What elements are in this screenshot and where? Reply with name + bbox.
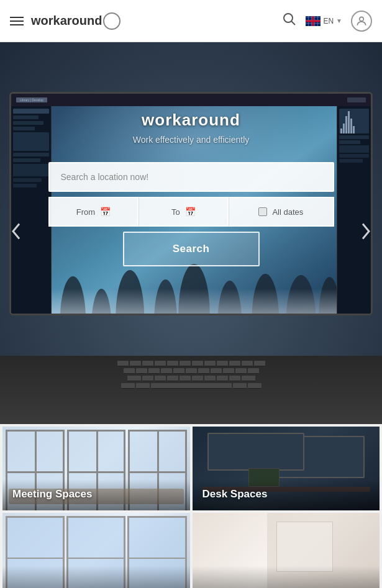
all-dates-field[interactable]: All dates — [229, 197, 334, 227]
flag-icon — [306, 16, 321, 26]
svg-line-1 — [291, 21, 295, 25]
language-code: EN — [323, 17, 334, 25]
date-row: From 📅 To 📅 All dates — [48, 197, 334, 227]
from-label: From — [76, 207, 95, 217]
logo-circle — [103, 12, 121, 30]
user-profile-icon[interactable] — [351, 11, 372, 32]
category-grid: Meeting Spaces Desk Spaces — [0, 424, 382, 588]
category-card-desk-spaces[interactable]: Desk Spaces — [193, 427, 380, 510]
from-calendar-icon: 📅 — [100, 207, 111, 217]
logo-text: workaround — [31, 14, 102, 28]
all-dates-checkbox-icon — [258, 207, 267, 216]
hero-subtitle: Work effectively and efficiently — [133, 135, 250, 145]
from-date-field[interactable]: From 📅 — [48, 197, 139, 227]
location-search-input[interactable] — [48, 162, 334, 192]
to-calendar-icon: 📅 — [185, 207, 196, 217]
hero-section: Library | Develop — [0, 42, 382, 424]
carousel-left-arrow[interactable] — [5, 217, 27, 250]
to-date-field[interactable]: To 📅 — [139, 197, 229, 227]
language-selector[interactable]: EN ▼ — [306, 16, 342, 26]
header-left: workaround — [10, 12, 121, 30]
hero-content: workaround Work effectively and efficien… — [0, 42, 382, 424]
svg-point-2 — [360, 17, 364, 21]
category-card-3[interactable] — [2, 513, 190, 588]
category-card-4[interactable] — [193, 513, 380, 588]
category-card-meeting-spaces[interactable]: Meeting Spaces — [2, 427, 190, 510]
all-dates-label: All dates — [272, 207, 303, 217]
search-icon[interactable] — [282, 12, 297, 30]
category-label-meeting-spaces: Meeting Spaces — [12, 488, 93, 500]
search-button[interactable]: Search — [123, 232, 260, 266]
logo[interactable]: workaround — [31, 12, 121, 30]
hamburger-menu-icon[interactable] — [10, 17, 24, 25]
to-label: To — [171, 207, 180, 217]
header: workaround EN ▼ — [0, 0, 382, 42]
hero-title: workaround — [142, 111, 240, 130]
carousel-right-arrow[interactable] — [355, 217, 377, 250]
category-label-desk-spaces: Desk Spaces — [202, 488, 268, 500]
header-right: EN ▼ — [282, 11, 372, 32]
svg-point-0 — [284, 14, 293, 22]
language-dropdown-icon[interactable]: ▼ — [336, 17, 342, 24]
